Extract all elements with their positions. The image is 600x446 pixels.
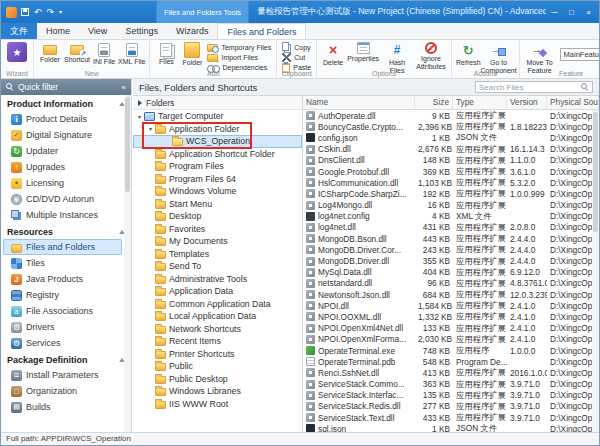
- search-files-box[interactable]: [475, 81, 593, 93]
- refresh-button[interactable]: Refresh: [455, 41, 482, 68]
- tree-item[interactable]: Desktop: [133, 210, 302, 223]
- new-folder-button[interactable]: Folder: [37, 41, 63, 65]
- column-header[interactable]: Name: [303, 96, 415, 109]
- tree-item[interactable]: Program Files: [133, 160, 302, 173]
- temporary-files-button[interactable]: Temporary Files: [205, 43, 273, 52]
- tree-expand-icon[interactable]: ▾: [135, 113, 144, 120]
- tree-item[interactable]: IIS WWW Root: [133, 398, 302, 411]
- delete-button[interactable]: Delete: [320, 41, 346, 68]
- tree-item[interactable]: Administrative Tools: [133, 273, 302, 286]
- file-menu-tab[interactable]: 文件: [1, 23, 37, 39]
- sidebar-item-organization[interactable]: Organization: [3, 383, 122, 399]
- section-header-product-information[interactable]: Product Information: [1, 95, 131, 111]
- add-folder-button[interactable]: Folder: [179, 41, 205, 68]
- sidebar-item-updater[interactable]: Updater: [3, 143, 122, 159]
- file-row[interactable]: MySql.Data.dll 404 KB 应用程序扩展 6.9.12.0 D:…: [303, 267, 592, 278]
- section-header-package-definition[interactable]: Package Definition: [1, 351, 131, 367]
- sidebar-item-files-and-folders[interactable]: Files and Folders: [3, 239, 122, 255]
- tree-item[interactable]: Public Desktop: [133, 373, 302, 386]
- file-row[interactable]: ICSharpCode.SharpZi... 192 KB 应用程序扩展 1.0…: [303, 188, 592, 199]
- sidebar-item-builds[interactable]: Builds: [3, 399, 122, 415]
- sidebar-item-licensing[interactable]: Licensing: [3, 175, 122, 191]
- sidebar-item-product-details[interactable]: Product Details: [3, 111, 122, 127]
- quick-access-caret-icon[interactable]: ▾: [59, 8, 62, 17]
- file-row[interactable]: NPOI.OpenXml4Net.dll 133 KB 应用程序扩展 2.4.1…: [303, 323, 592, 334]
- file-row[interactable]: Renci.SshNet.dll 413 KB 应用程序扩展 2016.1.0.…: [303, 367, 592, 378]
- folders-collapse-icon[interactable]: [138, 100, 142, 106]
- file-row[interactable]: DnsClient.dll 148 KB 应用程序扩展 1.1.0.0 D:\X…: [303, 155, 592, 166]
- column-header[interactable]: Version: [507, 96, 547, 109]
- sidebar-scrollbar[interactable]: [124, 95, 131, 432]
- tree-item[interactable]: My Documents: [133, 235, 302, 248]
- file-row[interactable]: MongoDB.Driver.Cor... 243 KB 应用程序扩展 2.4.…: [303, 244, 592, 255]
- collapse-sidebar-icon[interactable]: «: [122, 83, 126, 92]
- file-row[interactable]: Newtonsoft.Json.dll 684 KB 应用程序扩展 12.0.3…: [303, 289, 592, 300]
- file-row[interactable]: MongoDB.Bson.dll 443 KB 应用程序扩展 2.4.4.0 D…: [303, 233, 592, 244]
- file-row[interactable]: ServiceStack.Redis.dll 277 KB 应用程序扩展 3.9…: [303, 401, 592, 412]
- new-ini-file-button[interactable]: INI File: [91, 41, 117, 67]
- quick-filter-bar[interactable]: Quick filter «: [1, 79, 131, 95]
- file-row[interactable]: ServiceStack.Text.dll 433 KB 应用程序扩展 3.9.…: [303, 412, 592, 423]
- file-row[interactable]: OperateTerminal.exe 748 KB 应用程序 1.0.0.0 …: [303, 345, 592, 356]
- tab-settings[interactable]: Settings: [116, 23, 167, 39]
- file-list-scrollbar[interactable]: [592, 110, 599, 432]
- section-header-resources[interactable]: Resources: [1, 223, 131, 239]
- undo-icon[interactable]: ↶: [34, 8, 42, 17]
- sidebar-item-file-associations[interactable]: File Associations: [3, 303, 122, 319]
- sidebar-item-tiles[interactable]: Tiles: [3, 255, 122, 271]
- file-row[interactable]: config.json 1 KB JSON 文件 D:\XingcOpe...: [303, 132, 592, 143]
- tree-item[interactable]: Local Application Data: [133, 310, 302, 323]
- tree-item[interactable]: Application Shortcut Folder: [133, 148, 302, 161]
- sidebar-item-drivers[interactable]: Drivers: [3, 319, 122, 335]
- file-row[interactable]: HslCommunication.dll 1,103 KB 应用程序扩展 5.3…: [303, 177, 592, 188]
- column-header[interactable]: Size: [415, 96, 453, 109]
- file-row[interactable]: netstandard.dll 96 KB 应用程序扩展 4.8.3761.0 …: [303, 278, 592, 289]
- sidebar-item-upgrades[interactable]: Upgrades: [3, 159, 122, 175]
- file-row[interactable]: ServiceStack.Commo... 363 KB 应用程序扩展 3.9.…: [303, 379, 592, 390]
- close-button[interactable]: ×: [580, 5, 597, 19]
- file-row[interactable]: NPOI.dll 1,584 KB 应用程序扩展 2.4.1.0 D:\Xing…: [303, 300, 592, 311]
- file-row[interactable]: BouncyCastle.Crypto... 2,396 KB 应用程序扩展 1…: [303, 121, 592, 132]
- column-header[interactable]: Physical Source: [547, 96, 599, 109]
- folders-panel-header[interactable]: Folders: [133, 96, 302, 110]
- tree-item[interactable]: Start Menu: [133, 198, 302, 211]
- tree-item[interactable]: Favorites: [133, 223, 302, 236]
- sidebar-item-java-products[interactable]: Java Products: [3, 271, 122, 287]
- sidebar-item-multiple-instances[interactable]: Multiple Instances: [3, 207, 122, 223]
- sidebar-item-registry[interactable]: Registry: [3, 287, 122, 303]
- maximize-button[interactable]: □: [563, 5, 580, 19]
- tree-item[interactable]: Program Files 64: [133, 173, 302, 186]
- file-row[interactable]: NPOI.OOXML.dll 1,332 KB 应用程序扩展 2.4.1.0 D…: [303, 311, 592, 322]
- ignore-attributes-button[interactable]: Ignore Attributes: [414, 41, 448, 71]
- tab-wizards[interactable]: Wizards: [167, 23, 218, 39]
- file-row[interactable]: log4net.config 4 KB XML 文件 D:\XingcOpe..…: [303, 211, 592, 222]
- sidebar-item-services[interactable]: Services: [3, 335, 122, 351]
- column-header[interactable]: Type: [453, 96, 507, 109]
- tree-item[interactable]: Templates: [133, 248, 302, 261]
- file-row[interactable]: Google.Protobuf.dll 369 KB 应用程序扩展 3.6.1.…: [303, 166, 592, 177]
- tree-item[interactable]: Public: [133, 360, 302, 373]
- save-icon[interactable]: [21, 8, 29, 16]
- copy-button[interactable]: Copy: [280, 43, 313, 52]
- search-files-input[interactable]: [479, 82, 578, 92]
- add-files-button[interactable]: Files: [153, 41, 179, 67]
- tree-item[interactable]: Windows Volume: [133, 185, 302, 198]
- sidebar-item-cd-dvd-autorun[interactable]: CD/DVD Autorun: [3, 191, 122, 207]
- properties-button[interactable]: Properties: [346, 41, 380, 64]
- tree-item[interactable]: Printer Shortcuts: [133, 348, 302, 361]
- tab-files-and-folders[interactable]: Files and Folders: [217, 23, 306, 39]
- file-row[interactable]: CSkin.dll 2,676 KB 应用程序扩展 16.1.14.3 D:\X…: [303, 144, 592, 155]
- sidebar-item-digital-signature[interactable]: Digital Signature: [3, 127, 122, 143]
- file-row[interactable]: log4net.dll 431 KB 应用程序扩展 2.0.8.0 D:\Xin…: [303, 222, 592, 233]
- file-row[interactable]: OperateTerminal.pdb 548 KB Program De...…: [303, 356, 592, 367]
- minimize-button[interactable]: ─: [546, 5, 563, 19]
- file-row[interactable]: MongoDB.Driver.dll 355 KB 应用程序扩展 2.4.4.0…: [303, 255, 592, 266]
- file-row[interactable]: NPOI.OpenXmlForma... 2,030 KB 应用程序扩展 2.4…: [303, 334, 592, 345]
- file-list-scrollbar-thumb[interactable]: [593, 112, 598, 232]
- tree-item[interactable]: Application Data: [133, 285, 302, 298]
- tab-view[interactable]: View: [79, 23, 116, 39]
- new-xml-file-button[interactable]: XML File: [117, 41, 146, 67]
- new-shortcut-button[interactable]: Shortcut: [63, 41, 91, 65]
- shortcut-wizard-button[interactable]: [4, 41, 30, 64]
- tree-item[interactable]: Send To: [133, 260, 302, 273]
